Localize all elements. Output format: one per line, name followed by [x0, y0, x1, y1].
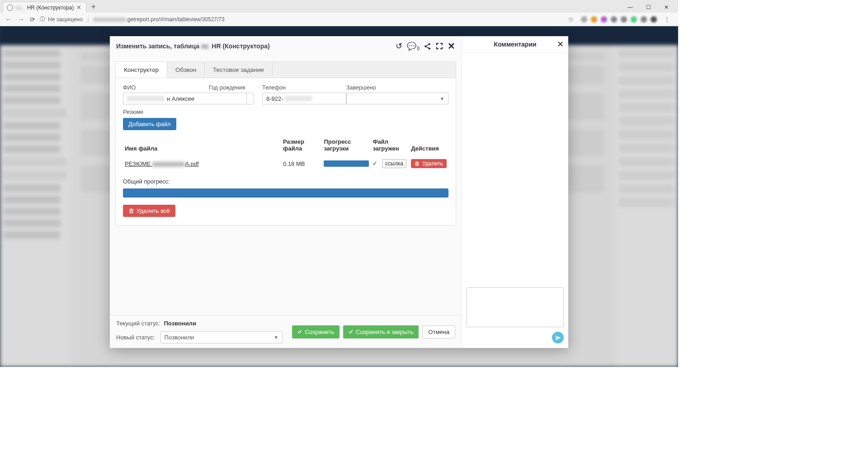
check-icon: ✔	[349, 329, 354, 335]
browser-menu-icon[interactable]: ⋮	[664, 16, 671, 23]
forward-icon[interactable]: →	[17, 15, 25, 24]
file-table: Имя файла Размер файла Прогресс загрузки…	[123, 136, 448, 172]
modal-footer: Текущий статус: Позвонили Новый статус: …	[110, 315, 462, 348]
svg-point-0	[425, 45, 426, 47]
new-status-select[interactable]: Позвонили ▼	[160, 331, 283, 343]
reload-icon[interactable]: ⟳	[30, 16, 35, 23]
tab-title-blurred-prefix: xx_	[16, 5, 24, 11]
edit-record-modal: Изменить запись, таблица xx_HR (Конструк…	[110, 36, 568, 348]
done-select[interactable]: ▼	[346, 93, 448, 104]
col-filesize: Размер файла	[281, 136, 322, 155]
new-status-label: Новый статус:	[116, 334, 155, 341]
browser-tab[interactable]: xx_ HR (Конструктора) ✕	[3, 2, 86, 13]
comments-icon[interactable]: 💬0	[407, 42, 419, 51]
profile-icon[interactable]	[651, 16, 657, 23]
file-row: РЕЗЮМЕ A.pdf 0.18 MB ✓ ссылка	[123, 155, 448, 172]
phone-label: Телефон	[262, 85, 338, 91]
extension-icon[interactable]	[631, 16, 637, 23]
modal-title: Изменить запись, таблица xx_HR (Конструк…	[116, 42, 270, 50]
trash-icon: 🗑	[415, 160, 420, 167]
close-window-icon[interactable]: ✕	[658, 2, 675, 13]
svg-point-1	[429, 43, 430, 45]
extension-icon[interactable]	[611, 16, 617, 23]
check-icon: ✔	[297, 329, 302, 335]
share-icon[interactable]	[424, 42, 431, 50]
trash-icon: 🗑	[128, 207, 134, 214]
url-text[interactable]: xxxxxxxxxxxx.getreport.pro/#/main/tablev…	[94, 16, 563, 23]
resume-label: Резюме	[123, 109, 448, 115]
upload-progress-bar	[324, 160, 369, 167]
tab-constructor[interactable]: Конструктор	[116, 62, 167, 78]
chevron-down-icon: ▼	[274, 335, 278, 340]
col-filename: Имя файла	[123, 136, 281, 155]
file-size: 0.18 MB	[281, 155, 322, 172]
address-bar: ← → ⟳ ⓘ Не защищено | xxxxxxxxxxxx.getre…	[0, 13, 678, 26]
comment-input[interactable]	[467, 287, 564, 327]
overall-progress-bar	[123, 188, 448, 197]
maximize-icon[interactable]: ☐	[640, 2, 656, 13]
save-close-button[interactable]: ✔Сохранить и закрыть	[343, 325, 419, 338]
svg-point-2	[429, 47, 430, 49]
modal-header: Изменить запись, таблица xx_HR (Конструк…	[110, 36, 462, 56]
comments-list	[462, 53, 568, 283]
extensions	[581, 16, 657, 23]
send-icon	[555, 335, 561, 341]
current-status-label: Текущий статус:	[116, 320, 160, 327]
tab-callaround[interactable]: Обзвон	[167, 62, 205, 78]
info-icon: ⓘ	[40, 15, 45, 23]
security-status[interactable]: ⓘ Не защищено	[40, 15, 83, 23]
not-secure-label: Не защищено	[48, 16, 83, 23]
close-modal-icon[interactable]: ✕	[448, 41, 455, 52]
extension-icon[interactable]	[591, 16, 597, 23]
tab-test-task[interactable]: Тестовое задание	[205, 62, 273, 78]
close-comments-icon[interactable]: ✕	[557, 39, 564, 49]
check-icon: ✓	[373, 160, 377, 167]
overall-progress-label: Общий прогресс:	[123, 178, 448, 185]
minimize-icon[interactable]: —	[622, 2, 638, 13]
delete-file-button[interactable]: 🗑Удалить	[411, 159, 447, 168]
window-titlebar: xx_ HR (Конструктора) ✕ + — ☐ ✕	[0, 0, 678, 13]
save-button[interactable]: ✔Сохранить	[292, 325, 340, 338]
bookmark-icon[interactable]: ☆	[568, 15, 574, 24]
fio-label: ФИО	[123, 85, 201, 91]
new-status-value: Позвонили	[165, 334, 194, 341]
done-label: Завершено	[346, 85, 448, 91]
col-progress: Прогресс загрузки	[322, 136, 371, 155]
modal-tabs: Конструктор Обзвон Тестовое задание	[116, 62, 456, 78]
year-label: Год рождения	[209, 85, 254, 91]
comments-title: Комментарии	[494, 41, 536, 48]
chevron-down-icon: ▼	[440, 96, 444, 101]
col-actions: Действия	[409, 136, 448, 155]
col-loaded: Файл загружен	[371, 136, 409, 155]
file-name-link[interactable]: РЕЗЮМЕ A.pdf	[125, 160, 199, 167]
extension-icon[interactable]	[621, 16, 627, 23]
file-link-button[interactable]: ссылка	[382, 159, 406, 168]
new-tab-button[interactable]: +	[91, 2, 96, 13]
extension-icon[interactable]	[581, 16, 587, 23]
url-visible: .getreport.pro/#/main/tableview/30527/73	[126, 16, 225, 23]
favicon-icon	[7, 5, 13, 11]
comments-panel: Комментарии ✕	[462, 36, 568, 348]
back-icon[interactable]: ←	[5, 15, 13, 24]
expand-icon[interactable]	[436, 42, 443, 50]
tab-title: HR (Конструктора)	[27, 5, 74, 11]
send-comment-button[interactable]	[552, 332, 564, 343]
current-status-value: Позвонили	[164, 320, 196, 327]
add-file-button[interactable]: Добавить файл	[123, 118, 176, 130]
cancel-button[interactable]: Отмена	[422, 325, 455, 338]
history-icon[interactable]: ↺	[396, 41, 402, 51]
extension-icon[interactable]	[601, 16, 607, 23]
extension-icon[interactable]	[641, 16, 647, 23]
close-tab-icon[interactable]: ✕	[76, 4, 81, 11]
delete-all-button[interactable]: 🗑Удалить всё	[123, 205, 175, 217]
